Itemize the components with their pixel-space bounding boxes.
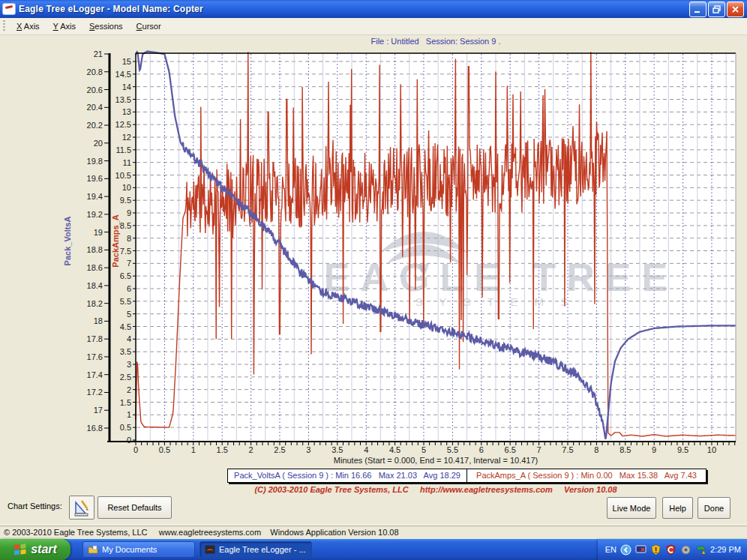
svg-text:2.5: 2.5: [274, 445, 285, 454]
language-indicator[interactable]: EN: [605, 545, 616, 554]
x-axis: 00.511.522.533.544.555.566.577.588.599.5…: [134, 442, 735, 465]
svg-text:8.5: 8.5: [120, 221, 131, 230]
display-settings-icon[interactable]: [635, 544, 646, 556]
svg-text:12: 12: [122, 133, 131, 142]
clock: 2:29 PM: [710, 545, 741, 554]
volts-stats: Pack_VoltsA ( Session 9 ) : Min 16.66 Ma…: [228, 469, 466, 482]
folder-icon: [88, 545, 98, 554]
svg-text:17.2: 17.2: [87, 388, 103, 397]
antivirus-shield-red-icon[interactable]: [665, 544, 676, 556]
svg-text:14: 14: [122, 82, 131, 91]
task-eagle-tree-elogger[interactable]: Eagle Tree eLogger - ...: [200, 541, 312, 558]
svg-text:16.8: 16.8: [87, 424, 103, 433]
restore-button[interactable]: [708, 1, 725, 17]
menu-x-axis[interactable]: X Axis: [10, 19, 46, 33]
menu-x-axis-label: Axis: [22, 22, 39, 31]
network-phone-warning-icon[interactable]: [695, 544, 706, 556]
menu-sessions[interactable]: Sessions: [82, 19, 130, 33]
svg-text:EAGLE TREE: EAGLE TREE: [324, 256, 678, 299]
svg-text:13: 13: [122, 107, 131, 116]
svg-text:0.5: 0.5: [159, 445, 170, 454]
svg-text:10: 10: [122, 183, 131, 192]
svg-text:19.4: 19.4: [87, 192, 103, 201]
x-axis-title: Minutes (Start = 0.000, End = 10.417, In…: [334, 456, 538, 465]
svg-text:2: 2: [249, 445, 254, 454]
svg-text:4.5: 4.5: [120, 322, 131, 331]
svg-text:18.8: 18.8: [87, 245, 103, 254]
svg-text:2: 2: [127, 385, 131, 394]
svg-text:8: 8: [127, 234, 131, 243]
svg-text:4: 4: [127, 334, 131, 343]
menu-sessions-label: essions: [94, 22, 122, 31]
svg-text:9.5: 9.5: [677, 445, 688, 454]
svg-text:6.5: 6.5: [120, 271, 131, 280]
title-bar[interactable]: Eagle Tree eLogger - Model Name: Copter: [0, 0, 747, 18]
minimize-icon: [694, 5, 702, 13]
volts-axis: 2120.820.620.420.22019.819.619.419.21918…: [87, 49, 109, 433]
svg-text:19.2: 19.2: [87, 210, 103, 219]
app-icon: [3, 4, 15, 14]
volts-axis-name: Pack_VoltsA: [63, 217, 72, 266]
svg-text:3: 3: [306, 445, 310, 454]
start-button[interactable]: start: [0, 539, 70, 560]
menu-y-axis[interactable]: Y Axis: [46, 19, 82, 33]
start-label: start: [31, 543, 57, 556]
svg-text:1.5: 1.5: [120, 398, 131, 407]
system-tray: EN 2:29 PM: [598, 539, 747, 560]
series-stats-bar: Pack_VoltsA ( Session 9 ) : Min 16.66 Ma…: [227, 469, 706, 483]
menu-cursor-accel: C: [136, 22, 142, 31]
svg-text:1: 1: [191, 445, 196, 454]
status-bar: © 2003-2010 Eagle Tree Systems, LLC www.…: [0, 525, 747, 539]
svg-text:12.5: 12.5: [116, 120, 131, 129]
svg-text:20.2: 20.2: [87, 121, 103, 130]
chart-settings-label: Chart Settings:: [8, 502, 62, 511]
svg-text:10.5: 10.5: [116, 171, 131, 180]
menu-y-axis-accel: Y: [53, 22, 58, 31]
windows-flag-icon: [14, 543, 27, 556]
svg-text:5: 5: [422, 445, 426, 454]
task-my-documents[interactable]: My Documents: [82, 541, 195, 558]
desktop: { "window": { "title": "Eagle Tree eLogg…: [0, 0, 747, 560]
svg-text:20.6: 20.6: [87, 85, 103, 94]
svg-text:3: 3: [127, 360, 131, 369]
svg-text:18: 18: [94, 316, 103, 325]
svg-text:17.8: 17.8: [87, 334, 103, 343]
chart-settings-button[interactable]: [69, 496, 94, 520]
svg-text:18.2: 18.2: [87, 299, 103, 308]
close-icon: [731, 5, 740, 13]
svg-text:5: 5: [127, 310, 131, 319]
task-label: Eagle Tree eLogger - ...: [219, 545, 306, 554]
file-label: File : Untitled: [370, 37, 418, 46]
reset-defaults-button[interactable]: Reset Defaults: [98, 496, 172, 519]
svg-text:5.5: 5.5: [447, 445, 458, 454]
window-title: Eagle Tree eLogger - Model Name: Copter: [19, 4, 203, 14]
vertical-gridlines: [150, 54, 726, 440]
svg-text:7.5: 7.5: [562, 445, 573, 454]
svg-text:6: 6: [479, 445, 484, 454]
svg-text:10: 10: [707, 445, 716, 454]
help-button[interactable]: Help: [662, 497, 693, 519]
svg-text:20: 20: [94, 139, 103, 148]
live-mode-button[interactable]: Live Mode: [607, 497, 656, 519]
menu-cursor[interactable]: Cursor: [130, 19, 168, 33]
svg-text:1.5: 1.5: [217, 445, 228, 454]
svg-text:19.8: 19.8: [87, 157, 103, 166]
chart-plot[interactable]: EAGLE TREES Y S T E M S2120.820.620.420.…: [0, 48, 747, 465]
hide-icons-chevron-icon[interactable]: [620, 544, 632, 556]
copyright-line: (C) 2003-2010 Eagle Tree Systems, LLC ht…: [124, 485, 747, 494]
volume-knob-icon[interactable]: [680, 544, 692, 556]
svg-text:9: 9: [127, 208, 131, 217]
svg-text:9.5: 9.5: [120, 196, 131, 205]
svg-text:8: 8: [594, 445, 598, 454]
chart-settings-icon: [73, 499, 91, 517]
svg-text:7: 7: [537, 445, 542, 454]
minimize-button[interactable]: [689, 1, 706, 17]
svg-text:7: 7: [127, 259, 131, 268]
svg-text:0.5: 0.5: [120, 423, 131, 432]
svg-text:17.4: 17.4: [87, 370, 103, 379]
close-button[interactable]: [727, 1, 744, 17]
toolbar-grip[interactable]: [3, 20, 5, 32]
done-button[interactable]: Done: [698, 497, 730, 519]
security-shield-yellow-icon[interactable]: [650, 544, 662, 556]
svg-text:17: 17: [94, 406, 103, 415]
